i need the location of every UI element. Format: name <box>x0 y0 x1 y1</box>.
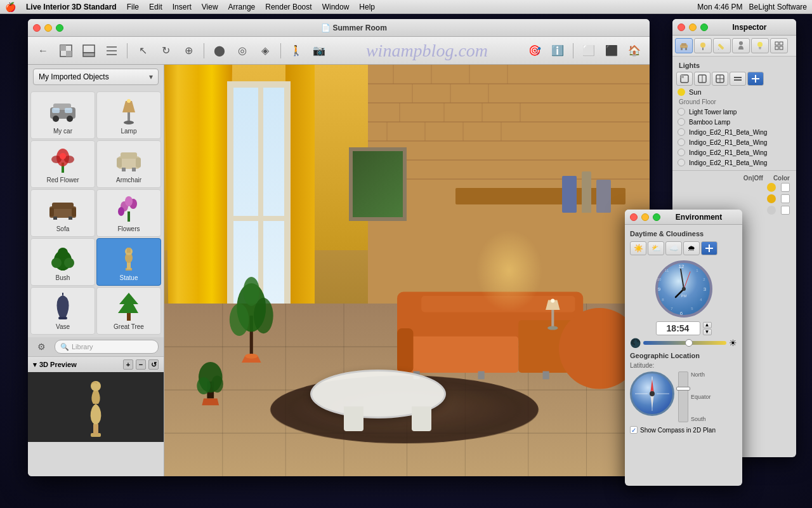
inspector-btn-lamp[interactable] <box>694 38 712 53</box>
minimize-button[interactable] <box>44 24 52 32</box>
object-tool[interactable]: 🎯 <box>525 41 545 61</box>
zoom-reset-button[interactable]: ↺ <box>148 359 159 370</box>
time-up-button[interactable]: ▲ <box>703 322 712 328</box>
maximize-button[interactable] <box>56 24 63 32</box>
svg-text:PM: PM <box>681 294 686 298</box>
view-tool[interactable]: ◎ <box>232 41 252 61</box>
light-btn-4[interactable] <box>730 72 746 86</box>
time-display[interactable]: 18 : 54 <box>656 321 700 335</box>
inspector-light-6[interactable]: Indigo_Ed2_R1_Beta_Wing <box>672 157 796 168</box>
light-on-1[interactable] <box>767 183 776 192</box>
inspector-light-5[interactable]: Indigo_Ed2_R1_Beta_Wing <box>672 147 796 157</box>
pointer-tool[interactable]: ↖ <box>133 41 153 61</box>
close-button[interactable] <box>33 24 41 32</box>
menu-file[interactable]: File <box>127 3 139 11</box>
canvas-area[interactable] <box>164 65 650 476</box>
color-swatch-2[interactable] <box>781 194 790 203</box>
brightness-slider[interactable] <box>643 341 726 345</box>
inspector-btn-pencil[interactable] <box>713 38 731 53</box>
menu-arrange[interactable]: Arrange <box>228 3 256 11</box>
floorplan-button[interactable] <box>56 41 76 61</box>
info-tool[interactable]: ℹ️ <box>547 41 568 61</box>
env-close[interactable] <box>630 213 638 221</box>
color-swatch-3[interactable] <box>781 206 790 215</box>
object-sofa[interactable]: Sofa <box>30 189 95 237</box>
env-content-area: Daytime & Cloudiness ☀️ ⛅ ☁️ 🌧 12 <box>625 225 742 486</box>
inspector-min[interactable] <box>689 23 697 31</box>
menu-render[interactable]: Render Boost <box>265 3 311 11</box>
show-compass-checkbox[interactable]: ✓ <box>630 426 638 434</box>
object-great-tree[interactable]: Great Tree <box>96 287 161 335</box>
day-btn-add[interactable] <box>701 241 717 255</box>
settings-button[interactable]: ⚙ <box>33 340 49 354</box>
object-my-car[interactable]: My car <box>30 91 95 139</box>
object-vase[interactable]: Vase <box>30 287 95 335</box>
zoom-in-button[interactable]: + <box>123 359 133 370</box>
preview-header[interactable]: ▾ 3D Preview + − ↺ <box>28 357 164 372</box>
latitude-slider[interactable] <box>678 371 688 422</box>
light-on-2[interactable] <box>767 194 776 203</box>
light-2-label: Bamboo Lamp <box>689 119 730 126</box>
app-name[interactable]: Live Interior 3D Standard <box>26 3 117 11</box>
menu-insert[interactable]: Insert <box>173 3 192 11</box>
object-flowers[interactable]: Flowers <box>96 189 161 237</box>
list-view-button[interactable] <box>102 41 122 61</box>
camera-tool[interactable]: 📷 <box>309 41 329 61</box>
inspector-light-4[interactable]: Indigo_Ed2_R1_Beta_Wing <box>672 137 796 147</box>
color-swatch-1[interactable] <box>781 183 790 192</box>
person-tool[interactable]: 🚶 <box>286 41 306 61</box>
object-bush[interactable]: Bush <box>30 238 95 286</box>
inspector-btn-grid[interactable] <box>770 38 788 53</box>
day-btn-4[interactable]: 🌧 <box>683 241 700 255</box>
view-2d[interactable]: ⬜ <box>579 41 599 61</box>
svg-point-10 <box>53 116 59 122</box>
day-btn-1[interactable]: ☀️ <box>630 241 646 255</box>
menu-view[interactable]: View <box>202 3 218 11</box>
inspector-light-3[interactable]: Indigo_Ed2_R1_Beta_Wing <box>672 127 796 137</box>
light-off-1[interactable] <box>767 206 776 215</box>
inspector-close[interactable] <box>678 23 685 31</box>
view-3d[interactable]: ⬛ <box>601 41 622 61</box>
rotate-tool[interactable]: ↻ <box>155 41 176 61</box>
object-statue[interactable]: Statue <box>96 238 161 286</box>
inspector-light-2[interactable]: Bamboo Lamp <box>672 117 796 127</box>
menu-window[interactable]: Window <box>322 3 350 11</box>
light-btn-2[interactable] <box>694 72 710 86</box>
day-btn-2[interactable]: ⛅ <box>648 241 664 255</box>
svg-text:4: 4 <box>700 298 702 302</box>
home-view[interactable]: 🏠 <box>624 41 645 61</box>
light-btn-3[interactable] <box>712 72 728 86</box>
render-view-button[interactable] <box>79 41 99 61</box>
light-btn-add[interactable] <box>747 72 764 86</box>
circle-tool[interactable]: ⬤ <box>209 41 230 61</box>
menubar-time: Mon 4:46 PM <box>697 3 742 11</box>
env-min[interactable] <box>641 213 649 221</box>
move-tool[interactable]: ⊕ <box>178 41 199 61</box>
inspector-btn-person[interactable] <box>732 38 750 53</box>
inspector-light-1[interactable]: Light Tower lamp <box>672 107 796 117</box>
menu-edit[interactable]: Edit <box>149 3 162 11</box>
apple-menu[interactable]: 🍎 <box>5 2 16 12</box>
object-red-flower[interactable]: Red Flower <box>30 140 95 188</box>
back-button[interactable]: ← <box>33 41 53 61</box>
time-down-button[interactable]: ▼ <box>703 329 712 335</box>
inspector-btn-chair[interactable] <box>675 38 693 53</box>
svg-rect-13 <box>65 108 72 113</box>
search-box[interactable]: 🔍 Library <box>55 340 159 354</box>
compass[interactable] <box>630 371 674 416</box>
day-btn-3[interactable]: ☁️ <box>665 241 682 255</box>
env-max[interactable] <box>653 213 660 221</box>
shape-tool[interactable]: ◈ <box>255 41 275 61</box>
objects-dropdown[interactable]: My Imported Objects ▾ <box>33 69 159 85</box>
time-hours: 18 <box>667 323 677 333</box>
zoom-out-button[interactable]: − <box>136 359 146 370</box>
inspector-max[interactable] <box>700 23 708 31</box>
light-2-icon <box>678 118 685 126</box>
menu-help[interactable]: Help <box>359 3 375 11</box>
svg-rect-32 <box>72 208 76 217</box>
light-btn-1[interactable] <box>676 72 693 86</box>
inspector-sun-item[interactable]: Sun <box>672 87 796 97</box>
object-lamp[interactable]: Lamp <box>96 91 161 139</box>
object-armchair[interactable]: Armchair <box>96 140 161 188</box>
inspector-btn-bulb[interactable] <box>751 38 769 53</box>
